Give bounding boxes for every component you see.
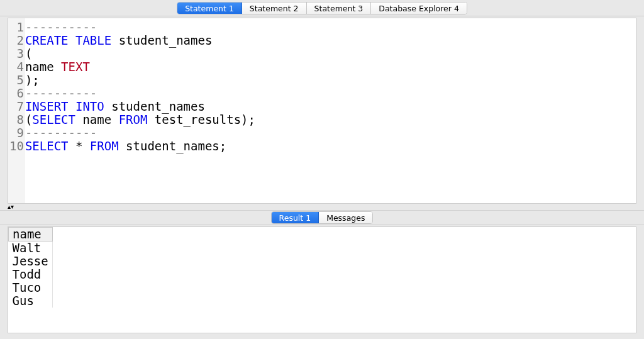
editor-code[interactable]: ----------CREATE TABLE student_names(nam… [25,18,258,203]
table-row[interactable]: Jesse [9,255,53,268]
table-row[interactable]: Todd [9,268,53,281]
table-cell: Jesse [9,255,53,268]
tab-messages[interactable]: Messages [319,212,372,223]
line-number: 3 [9,47,24,60]
line-number: 6 [9,87,24,100]
splitter-handle[interactable]: ▴▾ [8,204,636,210]
tab-result-1[interactable]: Result 1 [272,212,319,223]
tab-database-explorer-4[interactable]: Database Explorer 4 [371,3,467,14]
code-line[interactable]: ---------- [25,87,255,100]
table-row[interactable]: Walt [9,242,53,255]
editor-gutter: 12345678910 [8,18,25,203]
column-header[interactable]: name [9,228,53,242]
tab-statement-3[interactable]: Statement 3 [307,3,372,14]
line-number: 7 [9,100,24,113]
line-number: 10 [9,140,24,153]
code-line[interactable]: ); [25,74,255,87]
code-line[interactable]: (SELECT name FROM test_results); [25,113,255,126]
code-line[interactable]: ( [25,47,255,60]
line-number: 8 [9,113,24,126]
line-number: 4 [9,60,24,74]
result-grid[interactable]: nameWaltJesseToddTucoGus [8,226,636,333]
tab-statement-1[interactable]: Statement 1 [177,3,242,14]
table-cell: Tuco [9,281,53,294]
top-tabbar: Statement 1Statement 2Statement 3Databas… [0,0,644,16]
line-number: 1 [9,21,24,34]
line-number: 5 [9,74,24,87]
table-row[interactable]: Tuco [9,281,53,294]
code-line[interactable]: name TEXT [25,60,255,74]
code-line[interactable]: INSERT INTO student_names [25,100,255,113]
code-line[interactable]: ---------- [25,21,255,34]
table-cell: Gus [9,294,53,308]
line-number: 9 [9,126,24,140]
code-line[interactable]: CREATE TABLE student_names [25,34,255,47]
sql-editor[interactable]: 12345678910 ----------CREATE TABLE stude… [8,18,636,204]
line-number: 2 [9,34,24,47]
splitter-arrows-icon: ▴▾ [8,203,14,210]
table-cell: Todd [9,268,53,281]
table-row[interactable]: Gus [9,294,53,308]
tab-statement-2[interactable]: Statement 2 [242,3,307,14]
table-cell: Walt [9,242,53,255]
bottom-tabbar: Result 1Messages [0,210,644,225]
code-line[interactable]: ---------- [25,126,255,140]
code-line[interactable]: SELECT * FROM student_names; [25,140,255,153]
